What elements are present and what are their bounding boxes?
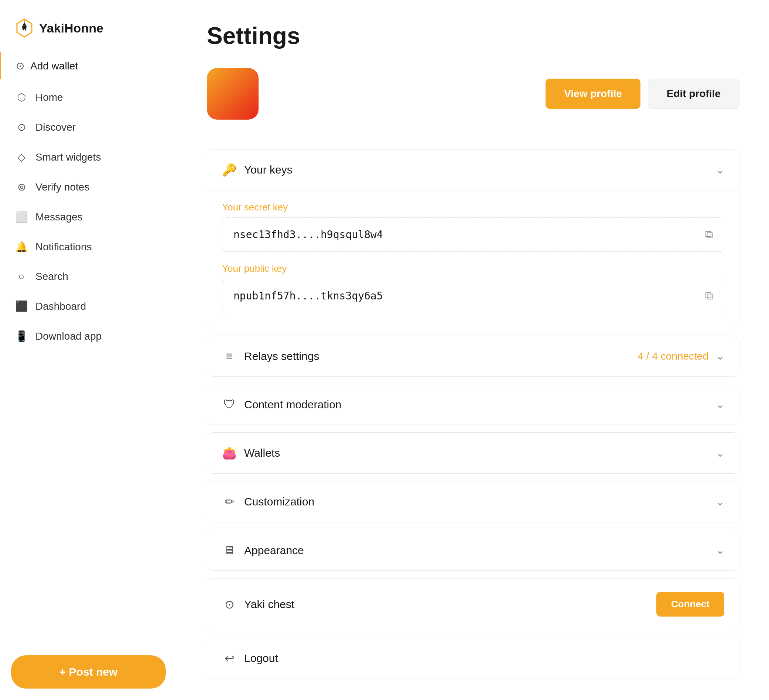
- wallets-title: Wallets: [244, 447, 280, 459]
- your-keys-header[interactable]: 🔑 Your keys ⌄: [207, 149, 739, 190]
- sidebar-item-verify-notes[interactable]: ⊚ Verify notes: [4, 173, 173, 201]
- section-left: ↩ Logout: [222, 651, 278, 665]
- view-profile-button[interactable]: View profile: [545, 79, 640, 109]
- profile-avatar: [207, 68, 259, 120]
- secret-key-label: Your secret key: [222, 202, 724, 213]
- sidebar-item-dashboard[interactable]: ⬛ Dashboard: [4, 292, 173, 321]
- sidebar-nav: ⬡ Home ⊙ Discover ◇ Smart widgets ⊚ Veri…: [0, 83, 177, 644]
- post-new-button[interactable]: + Post new: [11, 655, 166, 689]
- relay-status: 4 / 4 connected: [638, 350, 708, 362]
- relays-icon: ≡: [222, 349, 237, 363]
- secret-key-input[interactable]: nsec13fhd3....h9qsqul8w4 ⧉: [222, 217, 724, 252]
- add-wallet-label: Add wallet: [30, 60, 78, 72]
- your-keys-title: Your keys: [244, 164, 293, 176]
- sidebar-item-home[interactable]: ⬡ Home: [4, 83, 173, 111]
- smart-widgets-label: Smart widgets: [35, 151, 101, 163]
- download-app-label: Download app: [35, 331, 101, 342]
- customization-header[interactable]: ✏ Customization ⌄: [207, 482, 739, 522]
- footer: YakiHonne We strive to make the best out…: [207, 686, 740, 700]
- sidebar-item-search[interactable]: ○ Search: [4, 262, 173, 291]
- yaki-chest-title: Yaki chest: [244, 598, 294, 611]
- download-app-icon: 📱: [15, 330, 28, 342]
- connect-button[interactable]: Connect: [656, 592, 724, 617]
- appearance-section: 🖥 Appearance ⌄: [207, 530, 740, 571]
- discover-icon: ⊙: [15, 121, 28, 133]
- content-moderation-title: Content moderation: [244, 398, 342, 411]
- profile-buttons: View profile Edit profile: [545, 79, 740, 109]
- public-key-value: npub1nf57h....tkns3qy6a5: [233, 290, 383, 302]
- copy-public-key-icon[interactable]: ⧉: [705, 289, 713, 302]
- section-right: ⌄: [716, 447, 724, 459]
- section-left: 🖥 Appearance: [222, 543, 304, 557]
- your-keys-section: 🔑 Your keys ⌄ Your secret key nsec13fhd3…: [207, 149, 740, 328]
- customization-title: Customization: [244, 496, 314, 508]
- section-right: ⌄: [716, 544, 724, 556]
- keys-content: Your secret key nsec13fhd3....h9qsqul8w4…: [207, 190, 739, 328]
- chevron-down-icon: ⌄: [716, 398, 724, 411]
- messages-label: Messages: [35, 211, 83, 223]
- notifications-label: Notifications: [35, 241, 92, 253]
- home-icon: ⬡: [15, 91, 28, 103]
- app-name: YakiHonne: [39, 21, 103, 35]
- notifications-icon: 🔔: [15, 241, 28, 253]
- dashboard-icon: ⬛: [15, 300, 28, 312]
- section-right: ⌄: [716, 398, 724, 411]
- yaki-chest-icon: ⊙: [222, 597, 237, 612]
- smart-widgets-icon: ◇: [15, 151, 28, 163]
- logout-header[interactable]: ↩ Logout: [207, 638, 739, 679]
- relays-settings-header[interactable]: ≡ Relays settings 4 / 4 connected ⌄: [207, 336, 739, 376]
- yaki-chest-header[interactable]: ⊙ Yaki chest Connect: [207, 578, 739, 630]
- section-left: 🔑 Your keys: [222, 163, 293, 177]
- customization-section: ✏ Customization ⌄: [207, 481, 740, 522]
- relays-settings-section: ≡ Relays settings 4 / 4 connected ⌄: [207, 336, 740, 377]
- appearance-header[interactable]: 🖥 Appearance ⌄: [207, 530, 739, 570]
- sidebar-item-smart-widgets[interactable]: ◇ Smart widgets: [4, 143, 173, 171]
- chevron-down-icon: ⌄: [716, 164, 724, 176]
- section-right: ⌄: [716, 496, 724, 508]
- content-moderation-header[interactable]: 🛡 Content moderation ⌄: [207, 384, 739, 425]
- search-label: Search: [35, 271, 68, 283]
- logout-section: ↩ Logout: [207, 637, 740, 679]
- section-right: Connect: [656, 592, 724, 617]
- search-icon: ○: [15, 271, 28, 283]
- wallets-icon: 👛: [222, 446, 237, 460]
- wallet-icon: ⊙: [16, 60, 24, 72]
- relays-settings-title: Relays settings: [244, 350, 319, 363]
- secret-key-value: nsec13fhd3....h9qsqul8w4: [233, 228, 383, 241]
- copy-secret-key-icon[interactable]: ⧉: [705, 228, 713, 241]
- chevron-down-icon: ⌄: [716, 544, 724, 556]
- section-right: 4 / 4 connected ⌄: [638, 350, 724, 362]
- logout-icon: ↩: [222, 651, 237, 665]
- sidebar-item-notifications[interactable]: 🔔 Notifications: [4, 233, 173, 261]
- chevron-down-icon: ⌄: [716, 447, 724, 459]
- messages-icon: ⬜: [15, 211, 28, 223]
- section-left: 🛡 Content moderation: [222, 398, 342, 411]
- add-wallet-item[interactable]: ⊙ Add wallet: [0, 53, 177, 79]
- wallets-section: 👛 Wallets ⌄: [207, 432, 740, 474]
- appearance-icon: 🖥: [222, 543, 237, 557]
- customization-icon: ✏: [222, 495, 237, 509]
- public-key-input[interactable]: npub1nf57h....tkns3qy6a5 ⧉: [222, 279, 724, 313]
- chevron-down-icon: ⌄: [716, 496, 724, 508]
- sidebar-item-messages[interactable]: ⬜ Messages: [4, 203, 173, 231]
- yaki-chest-section: ⊙ Yaki chest Connect: [207, 578, 740, 630]
- content-moderation-section: 🛡 Content moderation ⌄: [207, 384, 740, 425]
- page-title: Settings: [207, 22, 740, 50]
- section-left: 👛 Wallets: [222, 446, 280, 460]
- appearance-title: Appearance: [244, 544, 304, 557]
- wallets-header[interactable]: 👛 Wallets ⌄: [207, 433, 739, 473]
- section-left: ≡ Relays settings: [222, 349, 319, 363]
- sidebar: YakiHonne ⊙ Add wallet ⬡ Home ⊙ Discover…: [0, 0, 177, 700]
- section-right: ⌄: [716, 164, 724, 176]
- sidebar-item-discover[interactable]: ⊙ Discover: [4, 113, 173, 141]
- home-label: Home: [35, 92, 63, 103]
- edit-profile-button[interactable]: Edit profile: [648, 79, 740, 109]
- sidebar-item-download-app[interactable]: 📱 Download app: [4, 322, 173, 350]
- logout-title: Logout: [244, 652, 278, 665]
- verify-notes-icon: ⊚: [15, 181, 28, 193]
- public-key-label: Your public key: [222, 263, 724, 274]
- sidebar-logo: YakiHonne: [0, 0, 177, 53]
- verify-notes-label: Verify notes: [35, 181, 89, 193]
- chevron-down-icon: ⌄: [716, 350, 724, 362]
- content-moderation-icon: 🛡: [222, 398, 237, 411]
